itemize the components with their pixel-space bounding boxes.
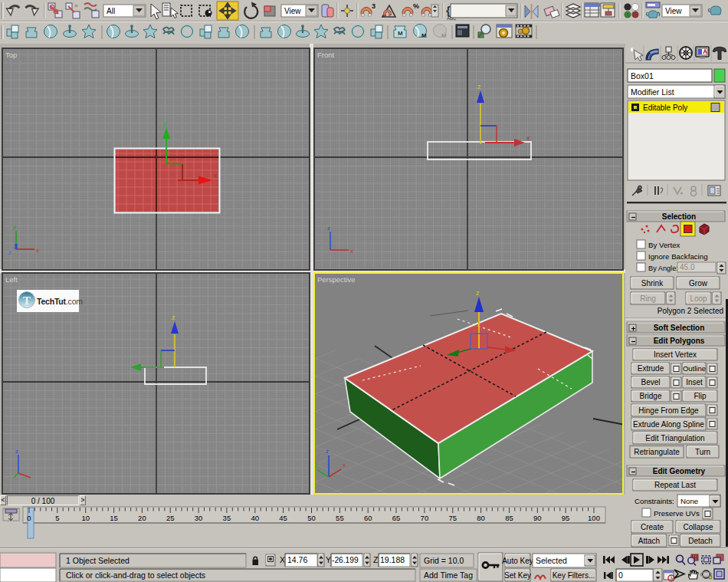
svg-text:90: 90 (533, 514, 542, 522)
svg-text:By Angle:: By Angle: (648, 265, 678, 272)
svg-text:95: 95 (562, 514, 570, 522)
svg-text:Detach: Detach (688, 537, 713, 545)
svg-text:65: 65 (392, 514, 401, 522)
svg-text:Modifier List: Modifier List (631, 87, 674, 97)
svg-text:10: 10 (81, 514, 90, 522)
svg-text:None: None (680, 497, 698, 505)
svg-text:Turn: Turn (695, 448, 710, 456)
svg-text:z: z (8, 249, 11, 256)
svg-text:Bridge: Bridge (640, 392, 662, 400)
svg-text:55: 55 (336, 514, 344, 522)
svg-text:Outline: Outline (683, 364, 706, 373)
svg-text:M: M (421, 32, 427, 39)
svg-text:Box01: Box01 (631, 71, 654, 81)
svg-text:y: y (163, 120, 167, 127)
svg-text:Edit Polygons: Edit Polygons (654, 337, 705, 345)
svg-text:Key Filters...: Key Filters... (553, 571, 595, 580)
svg-text:Retriangulate: Retriangulate (634, 448, 680, 456)
svg-text:%: % (413, 2, 419, 10)
svg-text:20: 20 (138, 514, 146, 522)
svg-text:Editable Poly: Editable Poly (643, 104, 687, 112)
svg-text:Grid = 10.0: Grid = 10.0 (424, 556, 464, 565)
svg-text:25: 25 (166, 514, 175, 522)
svg-text:14.76: 14.76 (287, 555, 307, 564)
svg-text:Repeat Last: Repeat Last (654, 481, 696, 489)
svg-text:Selection: Selection (662, 212, 696, 221)
svg-text:Edit Triangulation: Edit Triangulation (645, 434, 704, 442)
svg-text:z: z (477, 83, 481, 90)
svg-text:z: z (15, 448, 18, 455)
svg-text:60: 60 (364, 514, 372, 522)
svg-text:0: 0 (27, 514, 31, 522)
svg-text:3: 3 (372, 2, 375, 10)
svg-text:z: z (476, 289, 480, 297)
svg-text:100: 100 (588, 514, 600, 522)
svg-text:Auto Key: Auto Key (502, 557, 533, 565)
svg-text:45: 45 (279, 514, 287, 522)
svg-text:z: z (172, 314, 175, 321)
svg-text:T: T (23, 294, 31, 307)
svg-text:x: x (36, 247, 39, 254)
svg-text:Attach: Attach (638, 537, 660, 545)
svg-text:15: 15 (110, 514, 118, 522)
svg-text:Loop: Loop (690, 294, 707, 303)
svg-text:50: 50 (307, 514, 316, 522)
svg-text:Add Time Tag: Add Time Tag (424, 570, 473, 580)
svg-text:y: y (315, 460, 318, 467)
svg-text:35: 35 (223, 514, 231, 522)
svg-text:45.0: 45.0 (680, 263, 695, 271)
svg-text:40: 40 (251, 514, 260, 522)
svg-text:Preserve UVs: Preserve UVs (654, 509, 700, 518)
svg-text:y: y (13, 223, 16, 230)
svg-text:5: 5 (55, 514, 59, 522)
svg-text:70: 70 (421, 514, 429, 522)
svg-text:-26.199: -26.199 (332, 556, 359, 564)
svg-text:Set Key: Set Key (504, 571, 531, 580)
svg-text:Hinge From Edge: Hinge From Edge (638, 406, 699, 415)
svg-text:Soft Selection: Soft Selection (654, 324, 705, 332)
svg-text:By Vertex: By Vertex (648, 241, 680, 249)
svg-text:Grow: Grow (689, 279, 708, 288)
svg-text:Ignore Backfacing: Ignore Backfacing (648, 252, 708, 261)
svg-text:Collapse: Collapse (684, 523, 713, 531)
svg-text:0: 0 (618, 570, 623, 580)
svg-text:Shrink: Shrink (641, 279, 664, 288)
svg-text:M: M (398, 30, 403, 37)
svg-text:x: x (343, 462, 346, 469)
svg-text:View: View (665, 7, 682, 15)
svg-text:Ring: Ring (640, 294, 656, 303)
svg-text:85: 85 (505, 514, 513, 522)
svg-text:Edit Geometry: Edit Geometry (653, 467, 706, 475)
svg-text:75: 75 (449, 514, 457, 522)
svg-text:Insert Vertex: Insert Vertex (654, 350, 697, 359)
svg-text:z: z (327, 225, 330, 232)
svg-text:Extrude Along Spline: Extrude Along Spline (633, 420, 704, 429)
svg-text:1 Object Selected: 1 Object Selected (66, 556, 130, 565)
svg-text:View: View (284, 7, 301, 15)
svg-text:Extrude: Extrude (638, 364, 664, 373)
svg-text:Create: Create (641, 523, 664, 531)
svg-text:Flip: Flip (694, 392, 707, 400)
svg-text:Selected: Selected (536, 556, 567, 565)
svg-text:19.188: 19.188 (380, 555, 405, 564)
svg-text:Constraints:: Constraints: (635, 497, 674, 505)
svg-text:Bevel: Bevel (641, 378, 660, 386)
svg-text:30: 30 (195, 514, 203, 522)
svg-text:All: All (107, 7, 115, 15)
svg-text:x: x (214, 172, 218, 179)
svg-text:x: x (350, 248, 353, 255)
svg-text:z: z (326, 448, 329, 455)
svg-text:M: M (441, 32, 447, 39)
svg-text:Inset: Inset (686, 378, 703, 386)
svg-text:x: x (526, 134, 530, 142)
svg-text:Polygon 2 Selected: Polygon 2 Selected (657, 307, 723, 315)
svg-text:Click or click-and-drag to sel: Click or click-and-drag to select object… (66, 570, 205, 580)
svg-text:80: 80 (477, 514, 485, 522)
